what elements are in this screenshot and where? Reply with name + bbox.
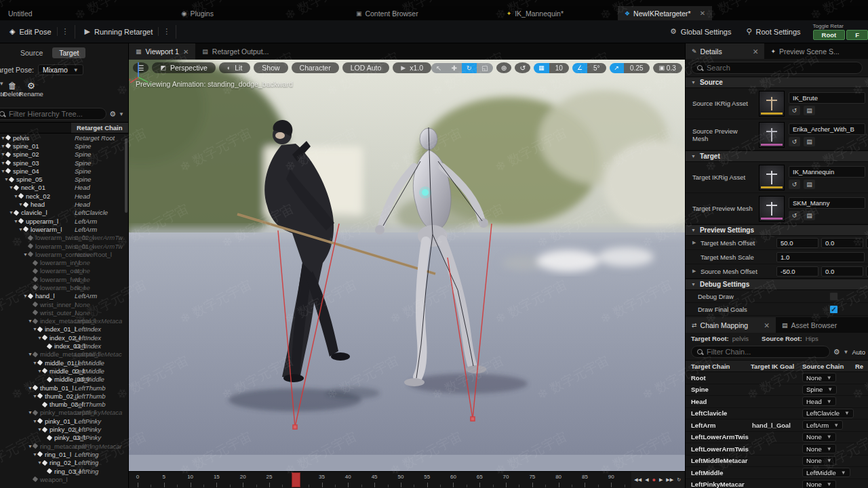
preview-scene-settings-tab[interactable]: ✦ Preview Scene S...	[764, 43, 845, 59]
viewport-tab[interactable]: ▦ Viewport 1 ✕	[129, 43, 195, 60]
bone-row[interactable]: ▼ring_metacarpal_lLeftRingMetacar	[0, 442, 128, 450]
asset-browser-tab[interactable]: ▤ Asset Browser	[776, 317, 843, 333]
retarget-pose-select[interactable]: Mixamo▼	[38, 64, 83, 75]
bone-row[interactable]: middle_03_lLeftMiddle	[0, 375, 128, 384]
phase-fk-button[interactable]: F	[846, 30, 868, 40]
edit-pose-menu-icon[interactable]: ⋮	[57, 27, 69, 36]
record-button[interactable]: ●	[651, 475, 657, 485]
phase-root-button[interactable]: Root	[813, 30, 846, 40]
bone-row[interactable]: ▼spine_05Spine	[0, 175, 128, 183]
browse-to-asset-icon[interactable]: ▤	[804, 180, 815, 189]
expander-caret-icon[interactable]: ▶	[692, 268, 698, 274]
numeric-input[interactable]: 50.0	[776, 238, 818, 248]
bone-row[interactable]: ▼pinky_metacarpal_lLeftPinkyMetaca	[0, 409, 128, 417]
bone-row[interactable]: ▼neck_01Head	[0, 184, 128, 192]
bone-row[interactable]: ▼clavicle_lLeftClavicle	[0, 209, 128, 217]
close-chain-mapping-tab-icon[interactable]: ✕	[764, 321, 770, 329]
bone-row[interactable]: ▼upperarm_lLeftArm	[0, 217, 128, 225]
use-selected-icon[interactable]: ↺	[789, 106, 800, 115]
asset-name-combo[interactable]: Erika_Archer_With_B	[789, 123, 865, 135]
step-back-button[interactable]: ◀	[644, 476, 650, 484]
bone-row[interactable]: ▼spine_03Spine	[0, 159, 128, 167]
use-selected-icon[interactable]: ↺	[789, 137, 800, 146]
select-tool-icon[interactable]: ↖	[431, 63, 446, 73]
bone-row[interactable]: ▼lowerarm_correctiveRoot_lNone	[0, 250, 128, 258]
expander-caret-icon[interactable]: ▶	[692, 240, 698, 245]
camera-speed-control[interactable]: ▣ 0.3	[653, 63, 682, 73]
close-tab-icon[interactable]: ✕	[700, 9, 705, 17]
asset-thumbnail[interactable]	[759, 122, 785, 148]
grid-snap-control[interactable]: ▦10	[534, 63, 569, 73]
asset-name-combo[interactable]: SKM_Manny	[789, 197, 865, 209]
perspective-button[interactable]: ◩Perspective	[152, 62, 215, 73]
character-menu-button[interactable]: Character	[292, 62, 339, 73]
source-chain-select[interactable]: Head▼	[802, 396, 836, 406]
use-selected-icon[interactable]: ↺	[789, 211, 800, 220]
bone-row[interactable]: ▼thumb_01_lLeftThumb	[0, 384, 128, 392]
bone-row[interactable]: wrist_inner_lNone	[0, 300, 128, 308]
bone-row[interactable]: ▼middle_metacarpal_lLeftMiddleMetac	[0, 350, 128, 359]
rename-pose-button[interactable]: ⚙ Rename	[19, 81, 43, 98]
cycle-coordinate-icon[interactable]: ↺	[515, 62, 530, 73]
details-search-input[interactable]: Search	[691, 62, 863, 74]
lit-mode-button[interactable]: ◐Lit	[219, 62, 251, 73]
source-chain-select[interactable]: None▼	[802, 480, 836, 488]
asset-thumbnail[interactable]	[759, 196, 785, 222]
3d-viewport[interactable]: ☰ ◩Perspective ◐Lit Show Character LOD A…	[129, 60, 685, 471]
close-details-tab-icon[interactable]: ✕	[753, 47, 759, 56]
bone-row[interactable]: ▼index_metacarpal_lLeftIndexMetaca	[0, 317, 128, 325]
chain-mapping-row[interactable]: LeftClavicleLeftClavicle▼	[686, 408, 868, 420]
preview-settings-section-header[interactable]: ▼Preview Settings	[686, 224, 868, 236]
running-retarget-button[interactable]: ▶ Running Retarget ⋮	[75, 20, 176, 43]
hierarchy-scrollbar[interactable]	[125, 138, 127, 213]
bone-row[interactable]: ▼middle_02_lLeftMiddle	[0, 367, 128, 375]
loop-button[interactable]: ↻	[675, 476, 682, 484]
browse-to-asset-icon[interactable]: ▤	[804, 106, 815, 115]
edit-pose-button[interactable]: ◈ Edit Pose ⋮	[0, 20, 75, 43]
show-menu-button[interactable]: Show	[254, 62, 288, 73]
bone-row[interactable]: lowerarm_out_lNone	[0, 267, 128, 275]
bone-row[interactable]: pinky_03_lLeftPinky	[0, 434, 128, 442]
bone-row[interactable]: ▼spine_01Spine	[0, 142, 128, 150]
world-space-icon[interactable]: ⊕	[496, 62, 512, 73]
bone-row[interactable]: thumb_03_lLeftThumb	[0, 401, 128, 409]
hierarchy-filter-input[interactable]: Filter Hierarchy Tree...	[0, 108, 106, 120]
root-settings-button[interactable]: ⚲ Root Settings	[736, 20, 806, 43]
chain-mapping-row[interactable]: LeftMiddleMetacarNone▼	[686, 455, 868, 468]
source-chain-select[interactable]: None▼	[802, 373, 836, 382]
timeline-playhead[interactable]	[292, 472, 300, 487]
tab-new-ik-retargeter[interactable]: ❖NewIKRetargeter*✕	[618, 6, 712, 20]
bone-row[interactable]: ▼ring_02_lLeftRing	[0, 459, 128, 467]
chain-settings-gear-icon[interactable]: ⚙	[833, 348, 840, 357]
bone-row[interactable]: lowerarm_twist_02_lLeftLowerArmTw	[0, 234, 128, 242]
scale-tool-icon[interactable]: ◱	[477, 63, 492, 73]
bone-row[interactable]: ▼index_02_lLeftIndex	[0, 333, 128, 342]
asset-name-combo[interactable]: IK_Brute	[789, 92, 865, 104]
chain-mapping-row[interactable]: RootNone▼	[686, 372, 868, 384]
target-section-header[interactable]: ▼Target	[686, 150, 868, 162]
lod-auto-button[interactable]: LOD Auto	[342, 62, 390, 73]
step-forward-button[interactable]: ▶▶	[665, 476, 675, 484]
timeline-ruler[interactable]: 05101520253035404550556065707580859095	[129, 472, 631, 488]
use-selected-icon[interactable]: ↺	[789, 180, 800, 189]
checkbox[interactable]	[829, 292, 838, 301]
bone-row[interactable]: ▼pinky_02_lLeftPinky	[0, 425, 128, 433]
chain-mapping-row[interactable]: LeftPinkyMetacarNone▼	[686, 479, 868, 488]
chain-mapping-row[interactable]: LeftLowerArmTwisNone▼	[686, 443, 868, 455]
bone-row[interactable]: ▼pinky_01_lLeftPinky	[0, 417, 128, 425]
bone-row[interactable]: ▼spine_04Spine	[0, 167, 128, 175]
debug-settings-section-header[interactable]: ▼Debug Settings	[686, 279, 868, 290]
tab-untitled[interactable]: Untitled	[1, 6, 39, 20]
chain-mapping-row[interactable]: LeftMiddleLeftMiddle▼	[686, 467, 868, 479]
running-retarget-menu-icon[interactable]: ⋮	[158, 27, 170, 36]
source-chain-select[interactable]: Spine▼	[802, 385, 837, 394]
bone-row[interactable]: ▼hand_lLeftArm	[0, 292, 128, 300]
details-tab[interactable]: ✎ Details ✕	[686, 43, 764, 59]
playback-speed-button[interactable]: ▶x1.0	[393, 62, 431, 73]
close-viewport-tab-icon[interactable]: ✕	[183, 48, 189, 56]
source-chain-select[interactable]: None▼	[802, 456, 836, 466]
numeric-input[interactable]: 0.0	[821, 266, 863, 277]
bone-row[interactable]: lowerarm_fwd_lNone	[0, 275, 128, 283]
bone-row[interactable]: ▼index_01_lLeftIndex	[0, 325, 128, 333]
go-to-start-button[interactable]: ◀◀	[633, 476, 643, 484]
